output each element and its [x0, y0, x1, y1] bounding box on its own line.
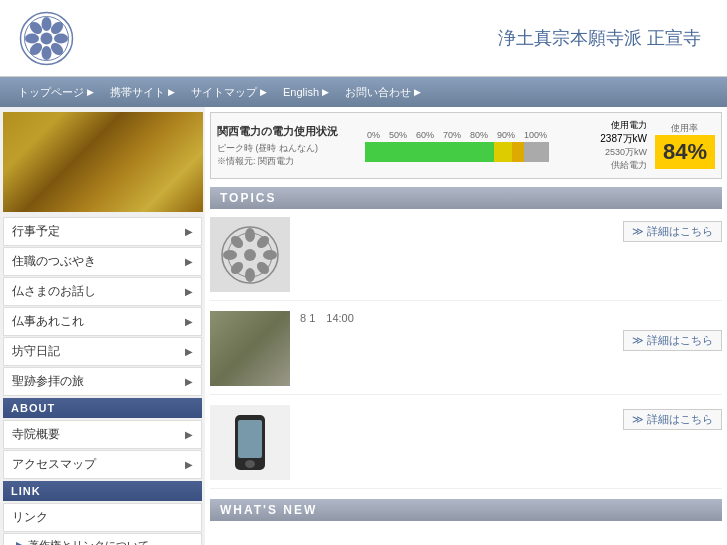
- nav-item-sitemap[interactable]: サイトマップ ▶: [183, 85, 275, 100]
- svg-point-19: [255, 259, 272, 276]
- nav-mobile-label: 携帯サイト: [110, 85, 165, 100]
- svg-point-2: [40, 32, 52, 44]
- sidebar-item-hotoke[interactable]: 仏さまのお話し ▶: [3, 277, 202, 306]
- nav-sitemap-label: サイトマップ: [191, 85, 257, 100]
- nav-english-arrow: ▶: [322, 87, 329, 97]
- nav-item-mobile[interactable]: 携帯サイト ▶: [102, 85, 183, 100]
- nav-contact-arrow: ▶: [414, 87, 421, 97]
- main-nav: トップページ ▶ 携帯サイト ▶ サイトマップ ▶ English ▶ お問い合…: [0, 77, 727, 107]
- svg-point-16: [223, 250, 237, 260]
- nav-english-label: English: [283, 86, 319, 98]
- topic-content-3: ≫ 詳細はこちら: [300, 405, 722, 430]
- arrow-icon: ▶: [185, 346, 193, 357]
- topic-item-3: ≫ 詳細はこちら: [210, 405, 722, 489]
- arrow-icon: ▶: [185, 226, 193, 237]
- nav-item-contact[interactable]: お問い合わせ ▶: [337, 85, 429, 100]
- power-subtitle2: ※情報元: 関西電力: [217, 155, 357, 168]
- link-section-header: LINK: [3, 481, 202, 501]
- sidebar: 行事予定 ▶ 住職のつぶやき ▶ 仏さまのお話し ▶ 仏事あれこれ ▶ 坊守日記…: [0, 107, 205, 545]
- nav-top-label: トップページ: [18, 85, 84, 100]
- temple-image: [3, 112, 203, 212]
- topic-content-2: 8 1 14:00 ≫ 詳細はこちら: [300, 311, 722, 351]
- power-subtitle1: ピーク時 (昼時 ねんなん): [217, 142, 357, 155]
- nav-sitemap-arrow: ▶: [260, 87, 267, 97]
- temple-logo-icon: [19, 11, 74, 66]
- svg-point-13: [244, 249, 256, 261]
- power-bar-green: [365, 142, 494, 162]
- power-supply-sub: 供給電力: [557, 159, 647, 172]
- bullet-icon: ▶: [16, 539, 24, 545]
- svg-point-17: [263, 250, 277, 260]
- power-scale: 0% 50% 60% 70% 80% 90% 100%: [365, 130, 549, 140]
- power-bar-orange: [512, 142, 524, 162]
- power-used-label: 使用電力: [557, 119, 647, 132]
- about-section-header: ABOUT: [3, 398, 202, 418]
- topic-content-1: ≫ 詳細はこちら: [300, 217, 722, 242]
- power-info: 関西電力の電力使用状況 ピーク時 (昼時 ねんなん) ※情報元: 関西電力: [217, 124, 357, 168]
- nav-item-top[interactable]: トップページ ▶: [10, 85, 102, 100]
- arrow-icon: ▶: [185, 429, 193, 440]
- svg-point-15: [245, 268, 255, 282]
- detail-arrow-icon: ≫: [632, 225, 644, 238]
- power-bar: [365, 142, 549, 162]
- power-bar-yellow: [494, 142, 512, 162]
- main-layout: 行事予定 ▶ 住職のつぶやき ▶ 仏さまのお話し ▶ 仏事あれこれ ▶ 坊守日記…: [0, 107, 727, 545]
- nav-top-arrow: ▶: [87, 87, 94, 97]
- sidebar-item-gyoji[interactable]: 行事予定 ▶: [3, 217, 202, 246]
- sidebar-image: [3, 112, 203, 212]
- topic-thumb-2: [210, 311, 290, 386]
- topic-date-2: 8 1 14:00: [300, 311, 722, 326]
- sidebar-item-link[interactable]: リンク: [3, 503, 202, 532]
- power-bar-area: 0% 50% 60% 70% 80% 90% 100%: [365, 130, 549, 162]
- content-area: 関西電力の電力使用状況 ピーク時 (昼時 ねんなん) ※情報元: 関西電力 0%…: [205, 107, 727, 545]
- topic-detail-button-2[interactable]: ≫ 詳細はこちら: [623, 330, 722, 351]
- header-title: 浄土真宗本願寺派 正宣寺: [76, 26, 711, 50]
- arrow-icon: ▶: [185, 256, 193, 267]
- nav-mobile-arrow: ▶: [168, 87, 175, 97]
- power-widget: 関西電力の電力使用状況 ピーク時 (昼時 ねんなん) ※情報元: 関西電力 0%…: [210, 112, 722, 179]
- sidebar-item-boushu[interactable]: 坊守日記 ▶: [3, 337, 202, 366]
- phone-button: [245, 460, 255, 468]
- sidebar-item-butsji[interactable]: 仏事あれこれ ▶: [3, 307, 202, 336]
- topic-photo: [210, 311, 290, 386]
- power-supply-label: 2530万kW: [557, 146, 647, 159]
- sidebar-item-copyright[interactable]: ▶ 著作権とリンクについて: [3, 533, 202, 545]
- power-bar-gray: [524, 142, 549, 162]
- header-logo: [16, 8, 76, 68]
- nav-item-english[interactable]: English ▶: [275, 86, 337, 98]
- power-percent-label: 使用率: [655, 122, 715, 135]
- power-percent-block: 使用率 84%: [655, 122, 715, 169]
- power-used-value: 2387万kW: [557, 132, 647, 146]
- topic-detail-button-1[interactable]: ≫ 詳細はこちら: [623, 221, 722, 242]
- topic-item-2: 8 1 14:00 ≫ 詳細はこちら: [210, 311, 722, 395]
- arrow-icon: ▶: [185, 316, 193, 327]
- power-title: 関西電力の電力使用状況: [217, 124, 357, 139]
- whats-new-header: WHAT'S NEW: [210, 499, 722, 521]
- topic-detail-3: ≫ 詳細はこちら: [300, 409, 722, 430]
- svg-point-20: [255, 233, 272, 250]
- phone-icon: [235, 415, 265, 470]
- topic-thumb-1: [210, 217, 290, 292]
- topic-detail-button-3[interactable]: ≫ 詳細はこちら: [623, 409, 722, 430]
- sidebar-item-jusshoku[interactable]: 住職のつぶやき ▶: [3, 247, 202, 276]
- topic-logo-icon: [220, 225, 280, 285]
- phone-screen: [238, 420, 262, 458]
- svg-point-4: [41, 46, 51, 60]
- topic-item-1: ≫ 詳細はこちら: [210, 217, 722, 301]
- nav-contact-label: お問い合わせ: [345, 85, 411, 100]
- arrow-icon: ▶: [185, 286, 193, 297]
- svg-point-18: [229, 233, 246, 250]
- arrow-icon: ▶: [185, 459, 193, 470]
- svg-point-6: [54, 33, 68, 43]
- svg-point-21: [229, 259, 246, 276]
- sidebar-item-access[interactable]: アクセスマップ ▶: [3, 450, 202, 479]
- power-stats: 使用電力 2387万kW 2530万kW 供給電力: [557, 119, 647, 172]
- topic-detail-1: ≫ 詳細はこちら: [300, 221, 722, 242]
- header: 浄土真宗本願寺派 正宣寺: [0, 0, 727, 77]
- sidebar-item-temple-info[interactable]: 寺院概要 ▶: [3, 420, 202, 449]
- sidebar-item-seiseki[interactable]: 聖跡参拝の旅 ▶: [3, 367, 202, 396]
- power-percent-value: 84%: [655, 135, 715, 169]
- detail-arrow-icon: ≫: [632, 334, 644, 347]
- topic-thumb-3: [210, 405, 290, 480]
- detail-arrow-icon: ≫: [632, 413, 644, 426]
